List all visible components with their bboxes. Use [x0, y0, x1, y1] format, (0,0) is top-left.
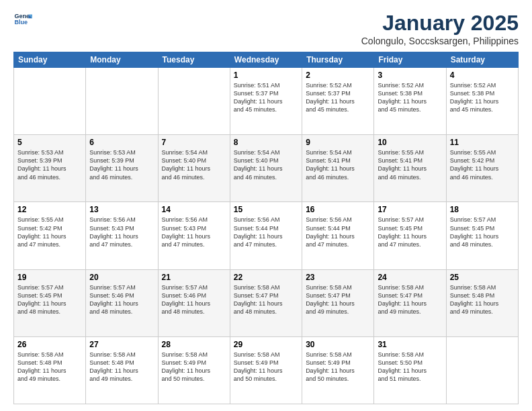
day-info: Sunrise: 5:58 AM Sunset: 5:49 PM Dayligh… — [234, 351, 298, 383]
day-cell: 12Sunrise: 5:55 AM Sunset: 5:42 PM Dayli… — [14, 202, 86, 269]
day-number: 6 — [89, 138, 154, 147]
day-cell: 30Sunrise: 5:58 AM Sunset: 5:49 PM Dayli… — [302, 336, 374, 404]
day-cell: 15Sunrise: 5:56 AM Sunset: 5:44 PM Dayli… — [230, 202, 302, 269]
day-info: Sunrise: 5:57 AM Sunset: 5:45 PM Dayligh… — [378, 216, 442, 248]
day-cell: 22Sunrise: 5:58 AM Sunset: 5:47 PM Dayli… — [230, 269, 302, 336]
day-info: Sunrise: 5:58 AM Sunset: 5:48 PM Dayligh… — [17, 351, 82, 383]
day-cell: 23Sunrise: 5:58 AM Sunset: 5:47 PM Dayli… — [302, 269, 374, 336]
day-number: 9 — [306, 138, 370, 147]
day-number: 25 — [450, 273, 515, 282]
calendar-table: Sunday Monday Tuesday Wednesday Thursday… — [13, 52, 519, 404]
day-cell — [86, 68, 158, 135]
day-number: 5 — [17, 138, 82, 147]
week-row-2: 5Sunrise: 5:53 AM Sunset: 5:39 PM Daylig… — [14, 135, 519, 202]
week-row-1: 1Sunrise: 5:51 AM Sunset: 5:37 PM Daylig… — [14, 68, 519, 135]
day-number: 28 — [162, 340, 226, 349]
day-cell: 1Sunrise: 5:51 AM Sunset: 5:37 PM Daylig… — [230, 68, 302, 135]
day-number: 19 — [17, 273, 82, 282]
day-info: Sunrise: 5:58 AM Sunset: 5:50 PM Dayligh… — [378, 351, 442, 383]
day-info: Sunrise: 5:56 AM Sunset: 5:43 PM Dayligh… — [89, 216, 154, 248]
week-row-5: 26Sunrise: 5:58 AM Sunset: 5:48 PM Dayli… — [14, 336, 519, 404]
day-info: Sunrise: 5:53 AM Sunset: 5:39 PM Dayligh… — [89, 148, 154, 181]
day-info: Sunrise: 5:57 AM Sunset: 5:46 PM Dayligh… — [162, 283, 226, 316]
day-info: Sunrise: 5:53 AM Sunset: 5:39 PM Dayligh… — [17, 148, 82, 181]
day-number: 27 — [89, 340, 154, 349]
day-cell: 5Sunrise: 5:53 AM Sunset: 5:39 PM Daylig… — [14, 135, 86, 202]
day-number: 21 — [162, 273, 226, 282]
day-info: Sunrise: 5:54 AM Sunset: 5:41 PM Dayligh… — [306, 148, 370, 181]
day-info: Sunrise: 5:58 AM Sunset: 5:47 PM Dayligh… — [306, 283, 370, 316]
col-thursday: Thursday — [302, 52, 374, 68]
day-number: 16 — [306, 205, 370, 214]
day-cell: 9Sunrise: 5:54 AM Sunset: 5:41 PM Daylig… — [302, 135, 374, 202]
day-info: Sunrise: 5:58 AM Sunset: 5:47 PM Dayligh… — [378, 283, 442, 316]
calendar-subtitle: Colongulo, Soccsksargen, Philippines — [361, 36, 519, 46]
day-number: 8 — [234, 138, 298, 147]
day-info: Sunrise: 5:57 AM Sunset: 5:45 PM Dayligh… — [450, 216, 515, 248]
week-row-4: 19Sunrise: 5:57 AM Sunset: 5:45 PM Dayli… — [14, 269, 519, 336]
svg-text:Blue: Blue — [14, 19, 28, 26]
day-info: Sunrise: 5:55 AM Sunset: 5:41 PM Dayligh… — [378, 148, 442, 181]
col-saturday: Saturday — [446, 52, 518, 68]
day-info: Sunrise: 5:57 AM Sunset: 5:45 PM Dayligh… — [17, 283, 82, 316]
day-cell: 11Sunrise: 5:55 AM Sunset: 5:42 PM Dayli… — [446, 135, 518, 202]
day-number: 10 — [378, 138, 442, 147]
day-info: Sunrise: 5:58 AM Sunset: 5:47 PM Dayligh… — [234, 283, 298, 316]
day-cell: 3Sunrise: 5:52 AM Sunset: 5:38 PM Daylig… — [374, 68, 446, 135]
day-number: 18 — [450, 205, 515, 214]
day-info: Sunrise: 5:57 AM Sunset: 5:46 PM Dayligh… — [89, 283, 154, 316]
day-cell: 4Sunrise: 5:52 AM Sunset: 5:38 PM Daylig… — [446, 68, 518, 135]
day-cell: 31Sunrise: 5:58 AM Sunset: 5:50 PM Dayli… — [374, 336, 446, 404]
day-number: 12 — [17, 205, 82, 214]
logo-icon: General Blue — [13, 11, 32, 30]
day-number: 23 — [306, 273, 370, 282]
day-info: Sunrise: 5:52 AM Sunset: 5:38 PM Dayligh… — [378, 81, 442, 114]
day-cell: 18Sunrise: 5:57 AM Sunset: 5:45 PM Dayli… — [446, 202, 518, 269]
day-info: Sunrise: 5:54 AM Sunset: 5:40 PM Dayligh… — [234, 148, 298, 181]
page: General Blue January 2025 Colongulo, Soc… — [0, 0, 532, 411]
day-info: Sunrise: 5:56 AM Sunset: 5:43 PM Dayligh… — [162, 216, 226, 248]
logo: General Blue — [13, 11, 32, 30]
day-number: 24 — [378, 273, 442, 282]
day-info: Sunrise: 5:55 AM Sunset: 5:42 PM Dayligh… — [450, 148, 515, 181]
day-cell: 13Sunrise: 5:56 AM Sunset: 5:43 PM Dayli… — [86, 202, 158, 269]
title-block: January 2025 Colongulo, Soccsksargen, Ph… — [361, 11, 519, 46]
day-number: 22 — [234, 273, 298, 282]
day-info: Sunrise: 5:51 AM Sunset: 5:37 PM Dayligh… — [234, 81, 298, 114]
day-number: 7 — [162, 138, 226, 147]
day-number: 31 — [378, 340, 442, 349]
day-number: 13 — [89, 205, 154, 214]
day-info: Sunrise: 5:58 AM Sunset: 5:49 PM Dayligh… — [162, 351, 226, 383]
header: General Blue January 2025 Colongulo, Soc… — [13, 11, 519, 46]
day-number: 3 — [378, 71, 442, 80]
day-number: 30 — [306, 340, 370, 349]
day-cell: 14Sunrise: 5:56 AM Sunset: 5:43 PM Dayli… — [158, 202, 230, 269]
col-wednesday: Wednesday — [230, 52, 302, 68]
day-number: 26 — [17, 340, 82, 349]
day-info: Sunrise: 5:52 AM Sunset: 5:38 PM Dayligh… — [450, 81, 515, 114]
day-number: 1 — [234, 71, 298, 80]
day-cell: 6Sunrise: 5:53 AM Sunset: 5:39 PM Daylig… — [86, 135, 158, 202]
calendar-title: January 2025 — [361, 11, 519, 36]
day-cell: 16Sunrise: 5:56 AM Sunset: 5:44 PM Dayli… — [302, 202, 374, 269]
day-number: 2 — [306, 71, 370, 80]
day-cell: 28Sunrise: 5:58 AM Sunset: 5:49 PM Dayli… — [158, 336, 230, 404]
day-cell: 17Sunrise: 5:57 AM Sunset: 5:45 PM Dayli… — [374, 202, 446, 269]
col-tuesday: Tuesday — [158, 52, 230, 68]
day-cell: 2Sunrise: 5:52 AM Sunset: 5:37 PM Daylig… — [302, 68, 374, 135]
day-number: 29 — [234, 340, 298, 349]
day-cell: 10Sunrise: 5:55 AM Sunset: 5:41 PM Dayli… — [374, 135, 446, 202]
day-cell: 24Sunrise: 5:58 AM Sunset: 5:47 PM Dayli… — [374, 269, 446, 336]
day-cell: 19Sunrise: 5:57 AM Sunset: 5:45 PM Dayli… — [14, 269, 86, 336]
day-number: 17 — [378, 205, 442, 214]
day-number: 11 — [450, 138, 515, 147]
day-cell: 21Sunrise: 5:57 AM Sunset: 5:46 PM Dayli… — [158, 269, 230, 336]
day-cell — [446, 336, 518, 404]
day-cell: 25Sunrise: 5:58 AM Sunset: 5:48 PM Dayli… — [446, 269, 518, 336]
day-cell — [14, 68, 86, 135]
col-friday: Friday — [374, 52, 446, 68]
col-monday: Monday — [86, 52, 158, 68]
day-cell: 8Sunrise: 5:54 AM Sunset: 5:40 PM Daylig… — [230, 135, 302, 202]
day-cell: 29Sunrise: 5:58 AM Sunset: 5:49 PM Dayli… — [230, 336, 302, 404]
week-row-3: 12Sunrise: 5:55 AM Sunset: 5:42 PM Dayli… — [14, 202, 519, 269]
